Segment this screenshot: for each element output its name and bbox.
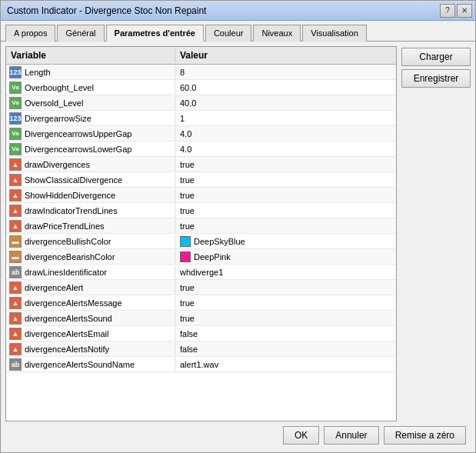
- tab-apropos[interactable]: A propos: [5, 25, 55, 42]
- row-variable: VaDivergencearrowsLowerGap: [6, 142, 175, 156]
- content-area: Variable Valeur 123Length8VaOverbought_L…: [1, 42, 475, 452]
- row-label: Oversold_Level: [25, 98, 83, 108]
- row-label: divergenceAlertsSound: [25, 314, 112, 323]
- row-variable: ▲divergenceAlert: [6, 281, 175, 295]
- row-type-icon: ▲: [9, 205, 22, 217]
- value-text: 40.0: [180, 98, 196, 108]
- table-row[interactable]: ▬divergenceBearishColorDeepPink: [6, 249, 396, 265]
- row-label: divergenceAlertsMessage: [25, 298, 122, 308]
- row-value: false: [175, 328, 396, 339]
- row-value: 8: [175, 67, 396, 78]
- value-text: 8: [180, 68, 185, 77]
- row-variable: abdrawLinesIdentificator: [6, 265, 175, 279]
- value-text: alert1.wav: [180, 360, 218, 369]
- row-variable: VaOverbought_Level: [6, 81, 175, 95]
- help-button[interactable]: ?: [440, 4, 455, 18]
- row-label: divergenceAlertsEmail: [25, 329, 108, 338]
- row-variable: ▲divergenceAlertsNotify: [6, 342, 175, 356]
- ok-button[interactable]: OK: [283, 426, 319, 445]
- row-type-icon: ▲: [9, 220, 22, 232]
- row-value: true: [175, 205, 396, 216]
- row-variable: ▲drawIndicatorTrendLines: [6, 204, 175, 218]
- row-value: true: [175, 221, 396, 231]
- row-value: false: [175, 344, 396, 355]
- table-row[interactable]: VaDivergencearrowsUpperGap4.0: [6, 126, 396, 142]
- row-value: 4.0: [175, 144, 396, 155]
- tab-couleur[interactable]: Couleur: [205, 25, 252, 42]
- table-row[interactable]: VaOversold_Level40.0: [6, 95, 396, 111]
- table-row[interactable]: ▲divergenceAlertsSoundtrue: [6, 311, 396, 326]
- side-buttons: Charger Enregistrer: [401, 46, 471, 421]
- row-label: drawIndicatorTrendLines: [25, 206, 118, 215]
- title-bar: Custom Indicator - Divergence Stoc Non R…: [1, 1, 475, 21]
- row-type-icon: Va: [9, 128, 22, 140]
- table-row[interactable]: 123DivergearrowSize1: [6, 111, 396, 126]
- close-button[interactable]: ✕: [457, 4, 472, 18]
- params-table: Variable Valeur 123Length8VaOverbought_L…: [5, 46, 397, 421]
- row-variable: ▲ShowHiddenDivergence: [6, 188, 175, 202]
- tab-params[interactable]: Parametres d'entrée: [106, 25, 204, 42]
- table-row[interactable]: 123Length8: [6, 65, 396, 80]
- table-row[interactable]: ▲divergenceAlerttrue: [6, 280, 396, 295]
- value-text: true: [180, 298, 195, 308]
- row-value: DeepSkyBlue: [175, 235, 396, 248]
- value-text: true: [180, 206, 195, 215]
- value-text: 4.0: [180, 129, 191, 138]
- table-row[interactable]: VaDivergencearrowsLowerGap4.0: [6, 142, 396, 157]
- row-variable: VaDivergencearrowsUpperGap: [6, 127, 175, 141]
- color-swatch: [180, 251, 191, 262]
- table-row[interactable]: ▬divergenceBullishColorDeepSkyBlue: [6, 234, 396, 249]
- table-row[interactable]: ▲drawDivergencestrue: [6, 157, 396, 172]
- table-row[interactable]: ▲divergenceAlertsNotifyfalse: [6, 341, 396, 357]
- table-row[interactable]: ▲divergenceAlertsEmailfalse: [6, 326, 396, 341]
- title-bar-buttons: ? ✕: [440, 4, 472, 18]
- row-type-icon: ab: [9, 358, 22, 371]
- row-variable: ▲drawPriceTrendLines: [6, 219, 175, 233]
- table-body: 123Length8VaOverbought_Level60.0VaOverso…: [6, 65, 396, 421]
- row-value: true: [175, 313, 396, 324]
- table-row[interactable]: ▲divergenceAlertsMessagetrue: [6, 295, 396, 311]
- row-value: 1: [175, 113, 396, 124]
- color-swatch: [180, 236, 191, 247]
- bottom-bar: OK Annuler Remise a zéro: [5, 421, 471, 448]
- table-row[interactable]: ▲ShowHiddenDivergencetrue: [6, 188, 396, 203]
- row-variable: ▬divergenceBullishColor: [6, 235, 175, 248]
- row-variable: VaOversold_Level: [6, 96, 175, 110]
- value-text: 60.0: [180, 83, 196, 92]
- charger-button[interactable]: Charger: [401, 48, 471, 66]
- value-text: 4.0: [180, 145, 191, 154]
- row-value: true: [175, 282, 396, 293]
- table-row[interactable]: VaOverbought_Level60.0: [6, 80, 396, 95]
- enregistrer-button[interactable]: Enregistrer: [401, 69, 471, 88]
- row-type-icon: 123: [9, 112, 22, 125]
- row-type-icon: ▲: [9, 158, 22, 171]
- row-value: alert1.wav: [175, 359, 396, 370]
- table-row[interactable]: ▲drawIndicatorTrendLinestrue: [6, 203, 396, 218]
- row-variable: ▲divergenceAlertsEmail: [6, 327, 175, 341]
- row-value: true: [175, 190, 396, 201]
- row-label: DivergencearrowsLowerGap: [25, 145, 131, 154]
- value-text: true: [180, 175, 195, 185]
- row-label: divergenceBullishColor: [25, 237, 112, 246]
- table-row[interactable]: abdrawLinesIdentificatorwhdiverge1: [6, 265, 396, 280]
- row-label: Length: [25, 68, 51, 77]
- tab-general[interactable]: Général: [57, 25, 104, 42]
- row-type-icon: Va: [9, 97, 22, 109]
- row-type-icon: ▲: [9, 328, 22, 340]
- annuler-button[interactable]: Annuler: [324, 426, 378, 445]
- row-label: divergenceAlert: [25, 283, 83, 292]
- tab-niveaux[interactable]: Niveaux: [253, 25, 301, 42]
- table-row[interactable]: ▲drawPriceTrendLinestrue: [6, 218, 396, 234]
- value-text: 1: [180, 114, 185, 123]
- main-panel: Variable Valeur 123Length8VaOverbought_L…: [5, 46, 471, 421]
- row-type-icon: ▲: [9, 281, 22, 294]
- remise-button[interactable]: Remise a zéro: [384, 426, 466, 445]
- tab-visualisation[interactable]: Visualisation: [302, 25, 367, 42]
- table-row[interactable]: abdivergenceAlertsSoundNamealert1.wav: [6, 357, 396, 372]
- table-row[interactable]: ▲ShowClassicalDivergencetrue: [6, 172, 396, 188]
- row-label: ShowClassicalDivergence: [25, 175, 122, 185]
- row-label: Overbought_Level: [25, 83, 94, 92]
- row-label: drawDivergences: [25, 160, 90, 169]
- value-text: DeepPink: [194, 252, 231, 261]
- main-window: Custom Indicator - Divergence Stoc Non R…: [0, 0, 476, 453]
